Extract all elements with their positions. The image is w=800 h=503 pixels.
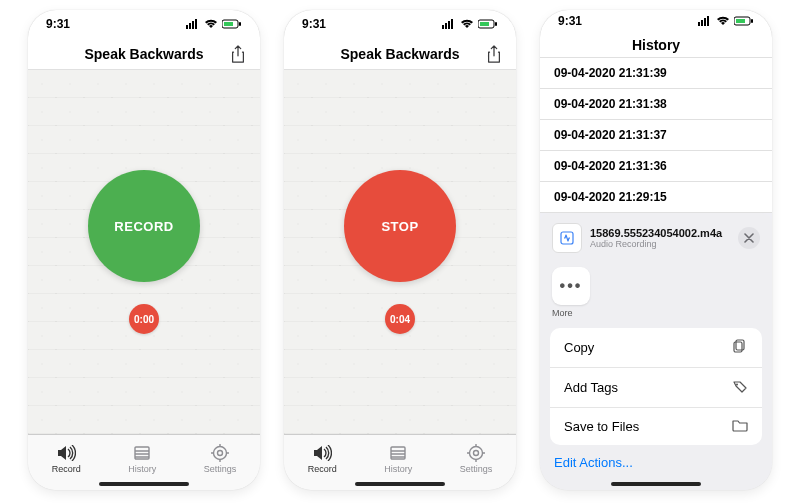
phone-record-idle: 9:31 Speak Backwards RECORD 0:00 Record — [28, 10, 260, 490]
list-item-label: 09-04-2020 21:29:15 — [554, 190, 667, 204]
action-label: Copy — [564, 340, 594, 355]
more-label: More — [552, 308, 573, 318]
share-file-meta: 15869.555234054002.m4a Audio Recording — [590, 227, 730, 249]
edit-actions-link[interactable]: Edit Actions... — [554, 455, 758, 470]
tab-record[interactable]: Record — [52, 444, 81, 474]
action-label: Save to Files — [564, 419, 639, 434]
action-add-tags[interactable]: Add Tags — [550, 368, 762, 408]
home-indicator[interactable] — [355, 482, 445, 486]
list-item[interactable]: 09-04-2020 21:29:15 — [540, 182, 772, 213]
record-area: RECORD 0:00 — [28, 70, 260, 434]
tab-settings[interactable]: Settings — [460, 444, 493, 474]
status-time: 9:31 — [46, 17, 70, 31]
tag-icon — [732, 378, 748, 397]
status-bar: 9:31 — [284, 10, 516, 38]
list-item[interactable]: 09-04-2020 21:31:38 — [540, 89, 772, 120]
svg-rect-22 — [480, 22, 489, 26]
status-icons — [698, 16, 754, 26]
home-indicator[interactable] — [99, 482, 189, 486]
action-save-to-files[interactable]: Save to Files — [550, 408, 762, 445]
svg-rect-36 — [704, 18, 706, 26]
close-button[interactable] — [738, 227, 760, 249]
share-button[interactable] — [482, 42, 506, 66]
close-icon — [744, 233, 754, 243]
share-action-list: Copy Add Tags Save to Files — [550, 328, 762, 445]
status-time: 9:31 — [302, 17, 326, 31]
svg-rect-20 — [451, 19, 453, 29]
svg-rect-5 — [224, 22, 233, 26]
history-icon — [131, 444, 153, 462]
tab-label: Record — [52, 464, 81, 474]
list-item[interactable]: 09-04-2020 21:31:39 — [540, 58, 772, 89]
wifi-icon — [204, 19, 218, 29]
history-list[interactable]: 09-04-2020 21:31:39 09-04-2020 21:31:38 … — [540, 58, 772, 490]
list-item[interactable]: 09-04-2020 21:31:37 — [540, 120, 772, 151]
folder-icon — [732, 418, 748, 435]
stop-button-label: STOP — [381, 219, 418, 234]
phone-record-active: 9:31 Speak Backwards STOP 0:04 Record — [284, 10, 516, 490]
svg-rect-40 — [751, 19, 753, 23]
cellular-icon — [442, 19, 456, 29]
cellular-icon — [186, 19, 200, 29]
wifi-icon — [716, 16, 730, 26]
status-time: 9:31 — [558, 14, 582, 28]
battery-icon — [734, 16, 754, 26]
timer-text: 0:04 — [390, 314, 410, 325]
nav-bar: Speak Backwards — [28, 38, 260, 70]
app-activity-more[interactable]: ••• More — [552, 267, 760, 318]
status-bar: 9:31 — [540, 10, 772, 32]
tab-label: Record — [308, 464, 337, 474]
wifi-icon — [460, 19, 474, 29]
history-icon — [387, 444, 409, 462]
phone-history-share: 9:31 History 09-04-2020 21:31:39 09-04-2… — [540, 10, 772, 490]
share-file-subtitle: Audio Recording — [590, 239, 730, 249]
edit-actions-label: Edit Actions... — [554, 455, 633, 470]
nav-bar: History — [540, 32, 772, 58]
record-button-label: RECORD — [114, 219, 173, 234]
tab-label: History — [384, 464, 412, 474]
list-item-label: 09-04-2020 21:31:38 — [554, 97, 667, 111]
stop-button[interactable]: STOP — [344, 170, 456, 282]
share-icon — [230, 45, 246, 63]
timer-badge: 0:04 — [385, 304, 415, 334]
tab-label: History — [128, 464, 156, 474]
timer-text: 0:00 — [134, 314, 154, 325]
gear-icon — [465, 444, 487, 462]
tab-history[interactable]: History — [128, 444, 156, 474]
svg-rect-1 — [189, 23, 191, 29]
svg-rect-34 — [698, 22, 700, 26]
tab-settings[interactable]: Settings — [204, 444, 237, 474]
home-indicator[interactable] — [611, 482, 701, 486]
share-sheet: 15869.555234054002.m4a Audio Recording •… — [540, 213, 772, 490]
page-title: Speak Backwards — [340, 46, 459, 62]
svg-point-28 — [469, 446, 482, 459]
list-item[interactable]: 09-04-2020 21:31:36 — [540, 151, 772, 182]
svg-rect-18 — [445, 23, 447, 29]
share-button[interactable] — [226, 42, 250, 66]
svg-rect-35 — [701, 20, 703, 26]
list-item-label: 09-04-2020 21:31:36 — [554, 159, 667, 173]
tab-label: Settings — [204, 464, 237, 474]
status-bar: 9:31 — [28, 10, 260, 38]
tab-record[interactable]: Record — [308, 444, 337, 474]
speaker-icon — [311, 444, 333, 462]
svg-rect-23 — [495, 22, 497, 26]
record-button[interactable]: RECORD — [88, 170, 200, 282]
speaker-icon — [55, 444, 77, 462]
svg-rect-6 — [239, 22, 241, 26]
svg-point-44 — [736, 384, 738, 386]
svg-point-29 — [473, 450, 478, 455]
svg-rect-37 — [707, 16, 709, 26]
nav-bar: Speak Backwards — [284, 38, 516, 70]
timer-badge: 0:00 — [129, 304, 159, 334]
action-copy[interactable]: Copy — [550, 328, 762, 368]
share-sheet-header: 15869.555234054002.m4a Audio Recording — [540, 213, 772, 263]
page-title: Speak Backwards — [84, 46, 203, 62]
status-icons — [442, 19, 498, 29]
list-item-label: 09-04-2020 21:31:39 — [554, 66, 667, 80]
tab-history[interactable]: History — [384, 444, 412, 474]
battery-icon — [222, 19, 242, 29]
list-item-label: 09-04-2020 21:31:37 — [554, 128, 667, 142]
copy-icon — [732, 338, 748, 357]
more-icon: ••• — [552, 267, 590, 305]
